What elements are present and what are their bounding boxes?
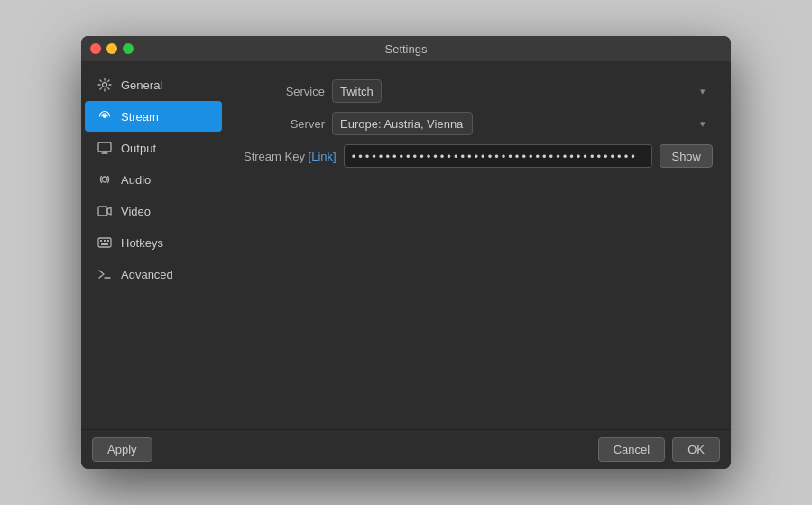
svg-point-3 xyxy=(102,177,107,182)
sidebar-item-stream-label: Stream xyxy=(121,110,159,124)
service-select[interactable]: Twitch xyxy=(332,79,382,103)
svg-rect-8 xyxy=(107,240,109,242)
service-row: Service Twitch xyxy=(244,79,713,103)
stream-key-label: Stream Key [Link] xyxy=(244,150,337,163)
stream-key-row: Stream Key [Link] Show xyxy=(244,144,713,168)
server-select[interactable]: Europe: Austria, Vienna xyxy=(332,112,473,135)
sidebar-item-advanced[interactable]: Advanced xyxy=(85,259,222,289)
sidebar: General Stream xyxy=(81,61,226,429)
sidebar-item-general-label: General xyxy=(121,78,162,92)
svg-point-0 xyxy=(103,83,107,87)
stream-icon xyxy=(96,107,114,125)
svg-rect-7 xyxy=(104,240,106,242)
server-label: Server xyxy=(244,117,325,131)
gear-icon xyxy=(96,76,114,94)
close-button[interactable] xyxy=(90,43,101,54)
service-label: Service xyxy=(244,85,325,98)
svg-rect-6 xyxy=(100,240,102,242)
svg-rect-5 xyxy=(98,238,111,247)
sidebar-item-stream[interactable]: Stream xyxy=(85,101,222,132)
sidebar-item-output[interactable]: Output xyxy=(85,133,222,163)
stream-key-input[interactable] xyxy=(344,144,653,168)
server-select-wrapper: Europe: Austria, Vienna xyxy=(332,112,713,135)
content-area: General Stream xyxy=(81,61,731,429)
svg-rect-2 xyxy=(98,142,111,152)
settings-window: Settings General xyxy=(81,36,731,469)
sidebar-item-audio[interactable]: Audio xyxy=(85,164,222,195)
sidebar-item-video-label: Video xyxy=(121,205,151,218)
maximize-button[interactable] xyxy=(123,43,134,54)
advanced-icon xyxy=(96,265,114,283)
audio-icon xyxy=(96,170,114,188)
svg-rect-4 xyxy=(98,207,107,216)
sidebar-item-general[interactable]: General xyxy=(85,69,222,100)
traffic-lights xyxy=(90,43,134,54)
ok-button[interactable]: OK xyxy=(672,437,720,462)
svg-point-1 xyxy=(103,115,106,118)
output-icon xyxy=(96,139,114,157)
apply-button[interactable]: Apply xyxy=(92,437,152,462)
sidebar-item-hotkeys-label: Hotkeys xyxy=(121,236,163,250)
stream-form: Service Twitch Server Europe: Austria, V… xyxy=(244,79,713,168)
sidebar-item-audio-label: Audio xyxy=(121,173,151,187)
cancel-button[interactable]: Cancel xyxy=(598,437,665,462)
sidebar-item-output-label: Output xyxy=(121,142,156,155)
show-button[interactable]: Show xyxy=(660,144,713,168)
minimize-button[interactable] xyxy=(106,43,117,54)
sidebar-item-video[interactable]: Video xyxy=(85,196,222,226)
hotkeys-icon xyxy=(96,234,114,252)
sidebar-item-hotkeys[interactable]: Hotkeys xyxy=(85,227,222,258)
bottom-bar: Apply Cancel OK xyxy=(81,429,731,469)
titlebar: Settings xyxy=(81,36,731,61)
window-title: Settings xyxy=(385,42,428,56)
right-buttons: Cancel OK xyxy=(598,437,720,462)
stream-key-link[interactable]: [Link] xyxy=(309,150,337,163)
service-select-wrapper: Twitch xyxy=(332,79,713,103)
server-row: Server Europe: Austria, Vienna xyxy=(244,112,713,135)
main-panel: Service Twitch Server Europe: Austria, V… xyxy=(226,61,731,429)
svg-rect-9 xyxy=(101,243,108,245)
sidebar-item-advanced-label: Advanced xyxy=(121,268,173,281)
video-icon xyxy=(96,202,114,220)
